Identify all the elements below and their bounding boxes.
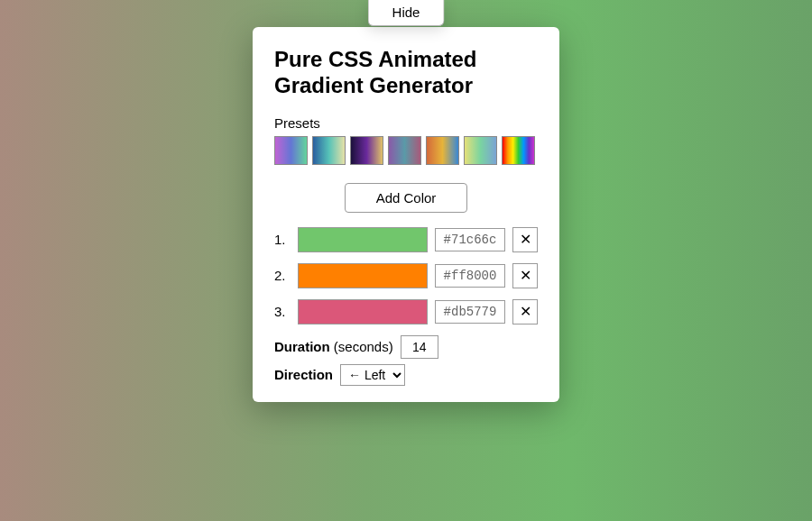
hide-button[interactable]: Hide	[368, 0, 445, 26]
preset-swatch-5[interactable]	[426, 136, 459, 165]
preset-swatch-4[interactable]	[388, 136, 421, 165]
color-hex-input-1[interactable]	[435, 228, 505, 251]
remove-color-button-2[interactable]: ✕	[512, 263, 538, 288]
duration-row: Duration (seconds)	[274, 335, 538, 359]
preset-swatch-7[interactable]	[502, 136, 535, 165]
presets-label: Presets	[274, 115, 538, 131]
close-icon: ✕	[520, 305, 531, 319]
duration-input[interactable]	[401, 335, 438, 359]
color-index: 1.	[274, 232, 291, 247]
direction-select[interactable]: ← Left	[340, 364, 405, 386]
direction-row: Direction ← Left	[274, 364, 538, 386]
remove-color-button-3[interactable]: ✕	[512, 299, 538, 324]
color-row: 1. ✕	[274, 227, 538, 252]
control-panel: Pure CSS Animated Gradient Generator Pre…	[253, 27, 559, 402]
color-index: 2.	[274, 268, 291, 283]
preset-swatch-2[interactable]	[312, 136, 346, 165]
color-swatch-2[interactable]	[298, 263, 428, 288]
color-hex-input-3[interactable]	[435, 300, 505, 324]
add-color-button[interactable]: Add Color	[345, 183, 468, 213]
page-title: Pure CSS Animated Gradient Generator	[274, 47, 538, 99]
close-icon: ✕	[520, 233, 531, 247]
color-row: 3. ✕	[274, 299, 538, 324]
direction-label: Direction	[274, 367, 333, 382]
color-hex-input-2[interactable]	[435, 264, 505, 288]
presets-row	[274, 136, 538, 165]
color-row: 2. ✕	[274, 263, 538, 288]
duration-label: Duration (seconds)	[274, 339, 393, 354]
color-swatch-3[interactable]	[298, 299, 428, 324]
color-swatch-1[interactable]	[298, 227, 428, 252]
preset-swatch-3[interactable]	[350, 136, 383, 165]
remove-color-button-1[interactable]: ✕	[512, 227, 538, 252]
gradient-background: Hide Pure CSS Animated Gradient Generato…	[0, 0, 812, 521]
close-icon: ✕	[520, 269, 531, 283]
color-index: 3.	[274, 304, 291, 319]
preset-swatch-1[interactable]	[274, 136, 308, 165]
preset-swatch-6[interactable]	[464, 136, 497, 165]
